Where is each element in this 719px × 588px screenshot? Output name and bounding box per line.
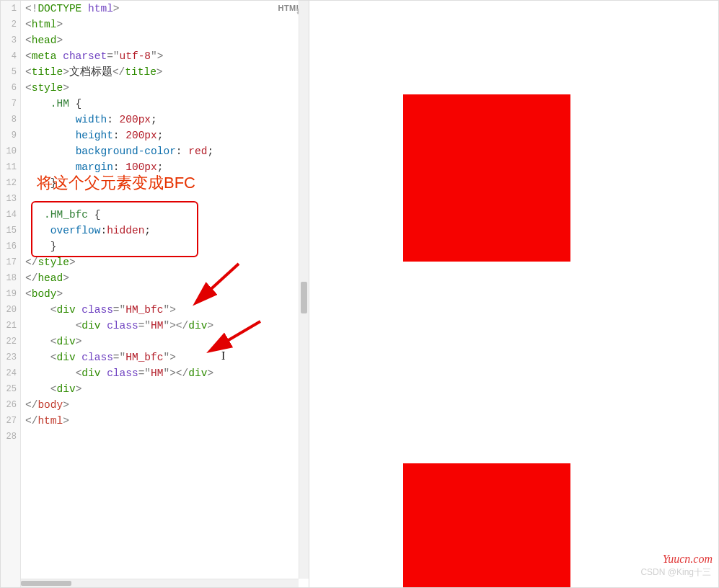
code-line[interactable]: 5<title>文档标题</title>: [1, 64, 309, 80]
token-tag: div: [188, 368, 207, 379]
token-close: html: [38, 415, 63, 427]
code-line[interactable]: 25 <div>: [1, 381, 309, 397]
code-line[interactable]: 10 background-color: red;: [1, 143, 309, 159]
code-content[interactable]: height: 200px;: [21, 128, 163, 143]
token-prop: width: [76, 114, 107, 125]
code-line[interactable]: 27</html>: [1, 413, 309, 429]
token-punc: =": [138, 368, 151, 379]
code-content[interactable]: width: 200px;: [21, 112, 157, 128]
code-content[interactable]: <style>: [21, 80, 69, 96]
horizontal-scrollbar[interactable]: [21, 579, 299, 587]
code-line[interactable]: 1<!DOCTYPE html>: [1, 1, 309, 17]
code-content[interactable]: <html>: [21, 17, 63, 32]
token-tag: head: [38, 272, 63, 284]
token-tag: DOCTYPE: [38, 3, 81, 14]
token-tag: head: [32, 35, 57, 46]
code-line[interactable]: 2<html>: [1, 17, 309, 32]
code-content[interactable]: <head>: [21, 32, 63, 48]
preview-panel: Yuucn.com CSDN @King十三: [309, 1, 718, 587]
token-text: [25, 304, 50, 316]
token-tag: div: [57, 352, 76, 363]
text-cursor: I: [221, 349, 225, 362]
token-text: [25, 114, 76, 125]
code-line[interactable]: 26</body>: [1, 397, 309, 413]
code-content[interactable]: </html>: [21, 413, 69, 429]
code-content[interactable]: <!DOCTYPE html>: [21, 1, 120, 17]
code-line[interactable]: 28: [1, 429, 309, 445]
line-number: 14: [1, 207, 21, 223]
scroll-thumb[interactable]: [21, 581, 71, 586]
editor-window: HTML 1<!DOCTYPE html>2<html>3<head>4<met…: [0, 0, 719, 588]
token-text: :: [107, 114, 119, 125]
code-line[interactable]: 7 .HM {: [1, 96, 309, 112]
annotation-text: 将这个父元素变成BFC: [37, 172, 195, 194]
token-punc: </: [25, 272, 38, 284]
token-text: [25, 352, 50, 363]
token-punc: >: [63, 399, 69, 411]
line-number: 7: [1, 96, 21, 112]
token-punc: >: [156, 66, 163, 78]
line-number: 20: [1, 302, 21, 318]
code-content[interactable]: <div>: [21, 381, 81, 397]
code-line[interactable]: 3<head>: [1, 32, 309, 48]
code-content[interactable]: <div class="HM_bfc">: [21, 349, 176, 365]
code-line[interactable]: 20 <div class="HM_bfc">: [1, 302, 309, 318]
line-number: 8: [1, 112, 21, 128]
code-line[interactable]: 9 height: 200px;: [1, 128, 309, 143]
line-number: 15: [1, 223, 21, 239]
token-punc: >: [57, 288, 63, 300]
token-text: [25, 320, 76, 331]
line-number: 1: [1, 1, 21, 17]
token-text: [25, 383, 50, 395]
code-line[interactable]: 6<style>: [1, 80, 309, 96]
code-line[interactable]: 18</head>: [1, 270, 309, 286]
code-content[interactable]: background-color: red;: [21, 143, 213, 159]
line-number: 16: [1, 239, 21, 254]
token-text: ;: [157, 161, 164, 173]
code-line[interactable]: 24 <div class="HM"></div>: [1, 365, 309, 381]
token-val: HM: [151, 320, 163, 331]
code-line[interactable]: 4<meta charset="utf-8">: [1, 48, 309, 64]
token-tag: style: [38, 257, 69, 268]
code-content[interactable]: </head>: [21, 270, 69, 286]
token-val: HM: [151, 368, 163, 379]
token-text: [25, 161, 76, 173]
code-content[interactable]: </body>: [21, 397, 69, 413]
token-punc: <: [50, 383, 57, 395]
code-content[interactable]: .HM {: [21, 96, 81, 112]
code-line[interactable]: 21 <div class="HM"></div>: [1, 318, 309, 334]
code-line[interactable]: 8 width: 200px;: [1, 112, 309, 128]
scroll-thumb[interactable]: [301, 282, 307, 313]
token-val: utf-8: [120, 50, 151, 62]
code-content[interactable]: <meta charset="utf-8">: [21, 48, 163, 64]
token-text: [25, 368, 76, 379]
token-attr: class: [107, 320, 138, 331]
code-line[interactable]: 19<body>: [1, 286, 309, 302]
code-content[interactable]: <div class="HM_bfc">: [21, 302, 176, 318]
token-punc: ">: [163, 352, 175, 363]
token-text: :: [113, 161, 125, 173]
preview-box-1: [403, 94, 570, 262]
line-number: 10: [1, 143, 21, 159]
code-content[interactable]: <div class="HM"></div>: [21, 365, 213, 381]
token-punc: =": [113, 352, 125, 363]
watermark-csdn: CSDN @King十三: [640, 566, 711, 579]
token-val: HM_bfc: [125, 352, 163, 363]
token-punc: <: [50, 336, 57, 347]
token-text: :: [113, 130, 125, 141]
code-line[interactable]: 23 <div class="HM_bfc">: [1, 349, 309, 365]
token-tag: style: [32, 82, 63, 94]
code-content[interactable]: <body>: [21, 286, 63, 302]
code-editor-panel[interactable]: HTML 1<!DOCTYPE html>2<html>3<head>4<met…: [1, 1, 309, 587]
token-punc: <: [50, 304, 57, 316]
vertical-scrollbar[interactable]: [299, 1, 309, 579]
code-line[interactable]: 22 <div>: [1, 334, 309, 349]
token-sel: .HM: [50, 98, 69, 110]
code-content[interactable]: <div class="HM"></div>: [21, 318, 213, 334]
code-content[interactable]: <title>文档标题</title>: [21, 64, 163, 80]
token-prop: height: [76, 130, 113, 141]
code-content[interactable]: <div>: [21, 334, 81, 349]
token-punc: >: [113, 3, 120, 14]
line-number: 23: [1, 349, 21, 365]
token-punc: </: [113, 66, 125, 78]
